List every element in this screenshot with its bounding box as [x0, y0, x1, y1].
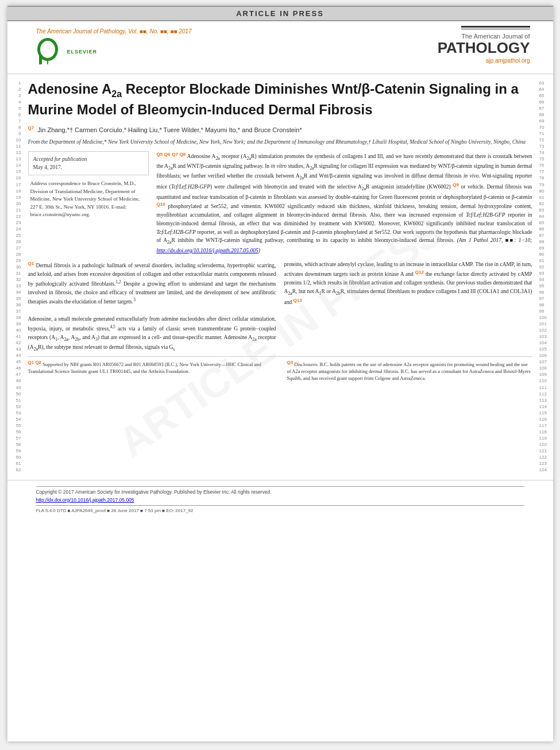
body-two-col: Q1 Dermal fibrosis is a pathologic hallm… [28, 260, 532, 353]
footer-meta: FLA 5.4.0 DTD ■ AJPA2649_proof ■ 28 June… [36, 508, 524, 513]
abstract-text: Q5 Q6 Q7 Q8 Adenosine A2a receptor (A2aR… [157, 151, 532, 255]
q-marker-q7: Q7 Q8 [172, 152, 186, 157]
address-box: Address correspondence to Bruce Cronstei… [28, 180, 149, 219]
article-in-press-banner: ARTICLE IN PRESS [7, 6, 553, 21]
q-marker-q1: Q1 [28, 261, 34, 266]
accepted-date: May 4, 2017. [33, 163, 144, 171]
q-marker-authors: Q7 [28, 125, 34, 130]
q-marker-q1q2: Q1 Q2 [28, 360, 42, 365]
footnotes-col2: Q3 Disclosures: B.C. holds patents on th… [287, 359, 532, 382]
footnotes-row: Q1 Q2 Supported by NIH grants R01 AR0566… [28, 359, 532, 382]
journal-url: ajp.amjpathol.org [486, 57, 530, 64]
authors-text: Jin Zhang,*† Carmen Corciulo,* Hailing L… [37, 126, 302, 133]
accepted-box: Accepted for publication May 4, 2017. [28, 151, 149, 176]
q-marker-q9: Q9 [453, 182, 459, 187]
q-marker-q10: Q10 [157, 202, 165, 207]
line-numbers-left: 12345 678910 1112131415 1617181920 21222… [7, 74, 24, 473]
left-sidebar: Accepted for publication May 4, 2017. Ad… [28, 151, 149, 255]
accepted-label: Accepted for publication [33, 155, 144, 163]
title-subscript: 2a [111, 89, 122, 99]
header-area: The American Journal of Pathology, Vol. … [7, 21, 553, 74]
authors-line: Q7 Jin Zhang,*† Carmen Corciulo,* Hailin… [28, 125, 532, 133]
support-text: Supported by NIH grants R01 AR056672 and… [28, 361, 261, 374]
svg-point-2 [40, 41, 55, 58]
q-marker-q12: Q12 [415, 270, 424, 275]
affiliation: From the Department of Medicine,* New Yo… [28, 139, 532, 146]
body-col2: proteins, which activate adenylyl cyclas… [284, 260, 532, 353]
journal-name-line2: PATHOLOGY [438, 40, 530, 56]
footnotes-section: Q1 Q2 Supported by NIH grants R01 AR0566… [28, 356, 532, 382]
abstract-column: Q5 Q6 Q7 Q8 Adenosine A2a receptor (A2aR… [157, 151, 532, 255]
title-part1: Adenosine A [28, 81, 112, 97]
q-marker-q13: Q13 [293, 298, 302, 303]
content-area: Adenosine A2a Receptor Blockade Diminish… [24, 74, 537, 473]
two-col-layout: Accepted for publication May 4, 2017. Ad… [28, 151, 532, 255]
line-numbers-right: 6364656667 6869707172 7374757677 7879808… [537, 74, 553, 473]
footer-doi-link[interactable]: http://dx.doi.org/10.1016/j.ajpath.2017.… [36, 497, 524, 503]
copyright-text: Copyright © 2017 American Society for In… [36, 489, 524, 495]
disclosures-text: Disclosures: B.C. holds patents on the u… [287, 361, 531, 382]
q-marker-q3: Q3 [287, 360, 293, 365]
article-title: Adenosine A2a Receptor Blockade Diminish… [28, 80, 532, 118]
abstract-doi-link[interactable]: http://dx.doi.org/10.1016/j.ajpath.2017.… [157, 248, 258, 253]
main-content: 12345 678910 1112131415 1617181920 21222… [7, 74, 553, 473]
elsevier-label: ELSEVIER [67, 49, 98, 55]
journal-info-left: The American Journal of Pathology, Vol. … [36, 26, 192, 71]
footer-area: Copyright © 2017 American Society for In… [7, 480, 553, 516]
body-col1: Q1 Dermal fibrosis is a pathologic hallm… [28, 260, 276, 353]
q-marker-q5: Q5 Q6 [157, 152, 171, 157]
page: ARTICLE IN PRESS ARTICLE IN PRESS The Am… [7, 6, 553, 741]
elsevier-tree-icon [36, 37, 65, 67]
journal-logo-right: The American Journal of PATHOLOGY ajp.am… [438, 26, 530, 64]
footnotes-col1: Q1 Q2 Supported by NIH grants R01 AR0566… [28, 359, 273, 382]
